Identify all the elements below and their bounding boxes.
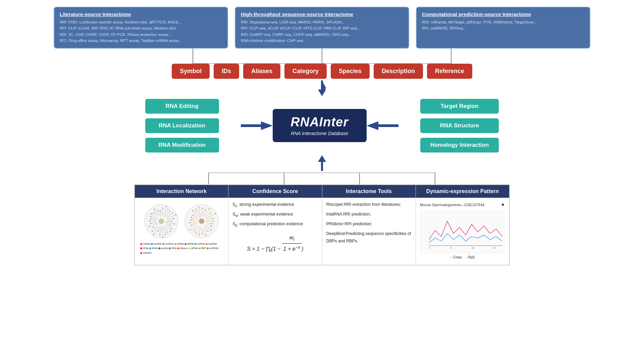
svg-point-72 [169, 211, 171, 212]
svg-point-104 [191, 224, 192, 226]
legend-item: rRNA [140, 246, 149, 250]
svg-point-110 [191, 217, 192, 218]
svg-point-20 [171, 221, 172, 222]
legend-item: siRNA [189, 246, 198, 250]
svg-point-64 [160, 210, 161, 211]
tag-ids: IDs [214, 64, 239, 79]
legend-item: miRNA2 [140, 251, 152, 255]
svg-point-68 [166, 205, 167, 207]
legend-item: miRNA [140, 242, 150, 246]
legend-item: tRNA [149, 246, 158, 250]
svg-point-66 [162, 207, 163, 209]
feature-homology-interaction: Homology Interaction [420, 138, 499, 153]
svg-point-114 [192, 210, 194, 211]
expression-content: Mouse Spermatogenesis—GSE107644 ▼ [416, 198, 509, 265]
svg-point-74 [172, 212, 173, 214]
feature-rna-modification: RNA Modification [145, 138, 219, 153]
svg-point-70 [167, 209, 169, 210]
svg-point-84 [211, 223, 213, 224]
tags-row: Symbol IDs Aliases Category Species Desc… [172, 64, 472, 79]
network-visual [139, 201, 224, 241]
svg-point-106 [189, 222, 191, 223]
legend-item: piRNA [184, 242, 194, 246]
legend-item: mRNA [174, 242, 184, 246]
svg-point-92 [206, 234, 207, 236]
legend-item: Histone [177, 246, 188, 250]
svg-text:15: 15 [493, 247, 496, 249]
network-header: Interaction Network [135, 185, 228, 198]
tool-deepbind: DeepBind:Predicting sequence specificiti… [326, 230, 412, 245]
svg-point-26 [171, 228, 172, 229]
svg-point-56 [151, 213, 152, 215]
svg-point-79 [159, 219, 164, 224]
svg-point-40 [153, 234, 154, 235]
top-connector [121, 49, 523, 64]
feature-rna-editing: RNA Editing [145, 99, 219, 114]
tag-reference: Reference [427, 64, 472, 79]
svg-point-42 [152, 230, 153, 232]
hts-box: High-throughput sequence-source Interact… [235, 7, 409, 49]
svg-marker-8 [261, 121, 273, 130]
lit-title: Literature-source Interactome [60, 11, 222, 17]
network-circle-right [183, 203, 220, 240]
svg-text:10: 10 [472, 247, 474, 249]
tools-content: RIscoper:RRI extraction from literatures… [322, 198, 416, 265]
expression-legend: ○ Cmas ○ Rpl1 [420, 254, 505, 260]
top-connector-svg [121, 49, 523, 64]
tools-box: Interactome Tools RIscoper:RRI extractio… [322, 185, 416, 265]
legend-item: lncRNA2 [207, 246, 219, 250]
svg-point-30 [167, 231, 168, 233]
rnainter-subtitle: RNA Interactome Database [286, 131, 353, 136]
tag-symbol: Symbol [172, 64, 210, 79]
lit-content: RRI: FISH, Luciferase reporter assay, No… [60, 19, 222, 44]
feature-target-region: Target Region [420, 99, 499, 114]
right-arrow-svg [367, 117, 400, 134]
confidence-line3: Sp: computational prediction evidence [232, 221, 318, 228]
expression-chart: 0 5 10 15 [420, 210, 505, 254]
hts-title: High-throughput sequence-source Interact… [241, 11, 403, 17]
svg-point-28 [170, 230, 171, 232]
svg-marker-12 [318, 155, 326, 162]
svg-point-116 [196, 208, 197, 210]
svg-point-86 [210, 226, 212, 227]
tag-aliases: Aliases [243, 64, 280, 79]
expression-chart-svg: 0 5 10 15 [420, 210, 505, 254]
svg-point-32 [165, 233, 166, 235]
tag-category: Category [284, 64, 327, 79]
comp-title: Computational prediction-source Interact… [422, 11, 584, 17]
svg-point-76 [175, 214, 176, 215]
middle-section: RNA Editing RNA Localization RNA Modific… [20, 99, 624, 153]
svg-text:0: 0 [429, 247, 430, 249]
down-arrow-top [20, 79, 624, 99]
confidence-box: Confidence Score Ss: strong experimental… [228, 185, 322, 265]
left-arrow-svg [239, 117, 273, 134]
svg-point-94 [202, 233, 203, 234]
rnainter-box: RNAInter RNA Interactome Database [273, 109, 367, 142]
svg-point-124 [209, 208, 210, 209]
svg-point-130 [212, 218, 214, 219]
svg-point-36 [159, 234, 161, 235]
svg-point-48 [150, 223, 152, 224]
feature-rna-localization: RNA Localization [145, 118, 219, 133]
confidence-line2: Sw: weak experimental evidence [232, 211, 318, 219]
expression-header: Dynamic-expression Pattern [416, 185, 509, 198]
svg-point-58 [153, 212, 155, 213]
bottom-connector-svg [171, 173, 473, 184]
svg-point-46 [149, 226, 150, 227]
tools-header: Interactome Tools [322, 185, 416, 198]
svg-point-102 [190, 229, 191, 230]
legend-item: DNA [169, 246, 176, 250]
svg-text:5: 5 [450, 247, 452, 249]
legend-item: circRNA [162, 242, 174, 246]
bottom-row: Interaction Network [134, 184, 510, 265]
svg-point-108 [191, 219, 192, 221]
expression-box: Dynamic-expression Pattern Mouse Spermat… [416, 185, 509, 265]
svg-point-60 [154, 208, 155, 210]
svg-point-126 [210, 212, 211, 214]
svg-point-54 [150, 216, 151, 217]
legend-item: protein [158, 246, 168, 250]
legend-row: miRNAlncRNAcircRNAmRNApiRNAsnRNAsnoRNArR… [139, 241, 224, 256]
left-features: RNA Editing RNA Localization RNA Modific… [145, 99, 219, 153]
svg-point-50 [149, 221, 151, 222]
svg-point-100 [194, 229, 195, 231]
